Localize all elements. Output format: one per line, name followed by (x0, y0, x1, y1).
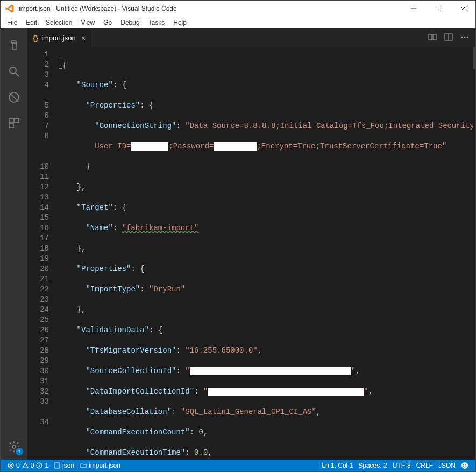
line-number: 31 (27, 376, 49, 387)
window-title: import.json - Untitled (Workspace) - Vis… (19, 5, 401, 12)
folder-icon (80, 462, 87, 469)
editor[interactable]: 1 2 3 4 5 6 7 8 10 11 12 13 14 15 (27, 47, 475, 460)
minimize-button[interactable] (401, 1, 426, 17)
line-number: 25 (27, 315, 49, 325)
line-number: 22 (27, 284, 49, 295)
svg-point-27 (463, 464, 464, 466)
line-number: 28 (27, 346, 49, 356)
line-number: 32 (27, 387, 49, 397)
line-number: 18 (27, 244, 49, 254)
line-number: 26 (27, 325, 49, 335)
line-number: 5 (27, 101, 49, 111)
menu-help[interactable]: Help (169, 18, 191, 27)
line-number: 3 (27, 70, 49, 80)
status-cursor[interactable]: Ln 1, Col 1 (319, 460, 356, 471)
minimap[interactable] (473, 47, 475, 460)
file-icon (54, 462, 60, 469)
menu-file[interactable]: File (3, 18, 22, 27)
svg-rect-25 (55, 463, 59, 468)
svg-rect-12 (429, 34, 432, 40)
line-number: 13 (27, 192, 49, 203)
status-encoding[interactable]: UTF-8 (390, 460, 414, 471)
redacted (208, 388, 364, 396)
redacted (214, 142, 257, 151)
info-icon (36, 462, 42, 469)
activitybar: 1 (1, 28, 27, 460)
explorer-icon[interactable] (1, 33, 27, 59)
tab-actions (422, 28, 475, 47)
statusbar: 0 0 1 json | import.json Ln 1, Col 1 Spa… (1, 460, 475, 471)
extensions-icon[interactable] (1, 110, 27, 136)
redacted (190, 367, 351, 375)
debug-icon[interactable] (1, 84, 27, 110)
line-number (27, 407, 49, 417)
line-number (27, 90, 49, 101)
menu-tasks[interactable]: Tasks (144, 18, 169, 27)
line-number: 23 (27, 295, 49, 305)
menu-view[interactable]: View (76, 18, 99, 27)
svg-line-7 (10, 93, 18, 102)
close-button[interactable] (451, 1, 475, 17)
line-number: 34 (27, 417, 49, 427)
cursor (59, 60, 62, 69)
svg-rect-10 (9, 124, 13, 128)
status-lang[interactable]: JSON (436, 460, 458, 471)
svg-point-26 (461, 462, 468, 469)
svg-line-5 (16, 73, 19, 76)
line-number: 19 (27, 254, 49, 264)
status-file-kind[interactable]: json | import.json (51, 460, 123, 471)
search-icon[interactable] (1, 59, 27, 84)
editor-area: {} import.json × 1 2 3 4 (27, 28, 475, 460)
line-number: 30 (27, 366, 49, 376)
line-number: 7 (27, 121, 49, 131)
svg-point-16 (461, 37, 463, 38)
tab-close-icon[interactable]: × (81, 34, 86, 42)
status-errors[interactable]: 0 0 1 (5, 460, 51, 471)
titlebar: import.json - Untitled (Workspace) - Vis… (1, 1, 475, 17)
code-content[interactable]: { "Source": { "Properties": { "Connectio… (59, 47, 473, 460)
warning-icon (22, 462, 29, 469)
line-number: 12 (27, 182, 49, 192)
line-gutter: 1 2 3 4 5 6 7 8 10 11 12 13 14 15 (27, 47, 59, 460)
menu-edit[interactable]: Edit (22, 18, 41, 27)
window-controls (401, 1, 475, 17)
line-number: 29 (27, 356, 49, 366)
maximize-button[interactable] (426, 1, 451, 17)
line-number: 16 (27, 223, 49, 233)
split-editor-icon[interactable] (444, 33, 453, 43)
line-number: 6 (27, 111, 49, 121)
svg-rect-1 (436, 6, 441, 11)
tab-bar: {} import.json × (27, 28, 475, 47)
redacted (131, 142, 168, 151)
settings-gear-icon[interactable]: 1 (1, 434, 27, 460)
line-number (27, 141, 49, 152)
svg-point-17 (464, 37, 466, 38)
menu-go[interactable]: Go (99, 18, 116, 27)
line-number: 21 (27, 274, 49, 284)
menubar: File Edit Selection View Go Debug Tasks … (1, 17, 475, 28)
line-number: 11 (27, 172, 49, 182)
svg-point-18 (467, 37, 468, 38)
vscode-window: import.json - Untitled (Workspace) - Vis… (0, 0, 476, 472)
line-number: 24 (27, 305, 49, 315)
compare-icon[interactable] (428, 33, 437, 43)
tab-import-json[interactable]: {} import.json × (27, 28, 91, 47)
menu-debug[interactable]: Debug (116, 18, 144, 27)
svg-rect-9 (15, 118, 19, 123)
menu-selection[interactable]: Selection (41, 18, 76, 27)
line-number: 27 (27, 335, 49, 346)
svg-point-4 (10, 67, 16, 74)
svg-point-24 (39, 463, 40, 464)
status-feedback-icon[interactable] (458, 460, 471, 471)
more-actions-icon[interactable] (460, 33, 469, 43)
svg-rect-8 (9, 118, 13, 123)
tab-label: import.json (41, 34, 76, 42)
svg-point-28 (465, 464, 466, 466)
line-number: 1 (27, 49, 49, 60)
status-eol[interactable]: CRLF (414, 460, 436, 471)
line-number (27, 152, 49, 162)
line-number: 8 (27, 131, 49, 141)
error-icon (8, 462, 14, 469)
line-number: 17 (27, 233, 49, 244)
status-spaces[interactable]: Spaces: 2 (356, 460, 389, 471)
